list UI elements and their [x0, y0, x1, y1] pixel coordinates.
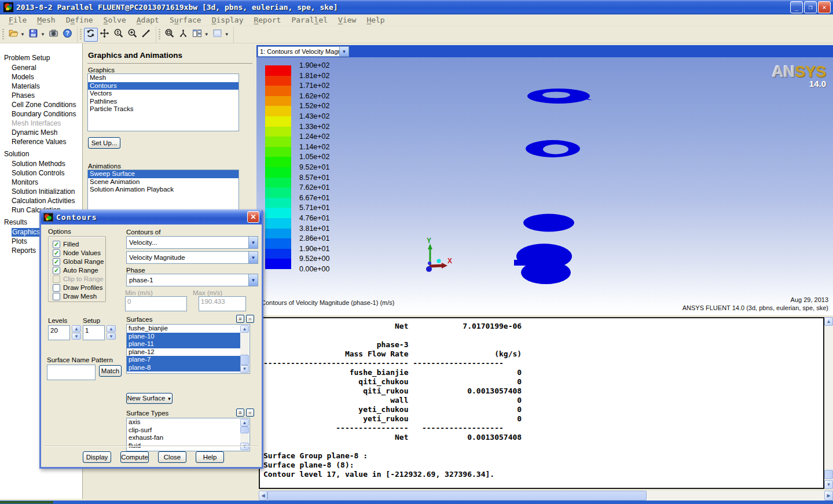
deselect-all-icon[interactable]: = [246, 315, 254, 323]
checkbox-checked-icon[interactable]: ✓ [53, 267, 60, 274]
sidebar-item-general[interactable]: General [0, 63, 82, 72]
sidebar-item-reference-values[interactable]: Reference Values [0, 137, 82, 146]
surface-type-item-axis[interactable]: axis [127, 418, 240, 426]
scroll-thumb[interactable] [824, 470, 833, 479]
surface-item-plane-11[interactable]: plane-11 [127, 340, 240, 348]
select-all-icon[interactable]: ≡ [236, 409, 244, 417]
animation-item-sweep-surface[interactable]: Sweep Surface [88, 170, 238, 178]
menu-item-report[interactable]: Report [248, 15, 286, 25]
close-button[interactable]: Close [158, 451, 186, 463]
select-all-icon[interactable]: ≡ [236, 315, 244, 323]
zoom-in-button[interactable] [126, 28, 140, 42]
option-clip-to-range[interactable]: Clip to Range [53, 275, 104, 283]
setup-decrement-icon[interactable]: ▼ [107, 333, 116, 340]
checkbox-icon[interactable] [53, 293, 60, 300]
menu-item-define[interactable]: Define [61, 15, 98, 25]
sidebar-item-models[interactable]: Models [0, 72, 82, 82]
sidebar-item-solution-initialization[interactable]: Solution Initialization [0, 187, 82, 196]
contours-component-select[interactable]: Velocity Magnitude▼ [126, 251, 258, 264]
levels-increment-icon[interactable]: ▲ [72, 325, 81, 332]
levels-stepper[interactable]: 20 [48, 325, 70, 340]
open-file-button[interactable] [6, 28, 20, 42]
console[interactable]: Net 7.0170199e-06 phase-3 Mass Flow Rate… [259, 317, 824, 489]
chevron-down-icon[interactable]: ▼ [339, 47, 348, 56]
new-surface-button[interactable]: New Surface ▼ [126, 393, 173, 404]
align-axes-button[interactable] [177, 28, 190, 42]
probe-button[interactable] [140, 28, 153, 42]
display-button[interactable]: Display [83, 451, 111, 463]
surface-type-item-exhaust-fan[interactable]: exhaust-fan [127, 434, 240, 442]
scroll-up-icon[interactable]: ▲ [240, 325, 249, 333]
scroll-down-icon[interactable]: ▼ [240, 365, 249, 373]
surface-item-plane-10[interactable]: plane-10 [127, 333, 240, 341]
checkbox-checked-icon[interactable]: ✓ [53, 241, 60, 248]
checkbox-icon[interactable] [53, 284, 60, 292]
sidebar-item-materials[interactable]: Materials [0, 82, 82, 91]
set-up-button[interactable]: Set Up... [88, 137, 120, 149]
phase-select[interactable]: phase-1▼ [126, 274, 258, 286]
restore-button[interactable]: ❐ [804, 1, 817, 13]
option-filled[interactable]: ✓Filled [53, 240, 79, 248]
sidebar-item-phases[interactable]: Phases [0, 91, 82, 100]
chevron-down-icon[interactable]: ▼ [41, 32, 45, 37]
close-button[interactable]: ✕ [818, 1, 831, 13]
menu-item-help[interactable]: Help [361, 15, 390, 25]
setup-stepper[interactable]: 1 [83, 325, 105, 340]
animation-item-solution-animation-playback[interactable]: Solution Animation Playback [88, 186, 238, 194]
deselect-all-icon[interactable]: = [246, 409, 254, 417]
chevron-down-icon[interactable]: ▼ [204, 32, 209, 37]
help-button[interactable]: Help [196, 451, 224, 463]
compute-button[interactable]: Compute [120, 451, 149, 463]
graphics-item-pathlines[interactable]: Pathlines [88, 98, 238, 106]
match-button[interactable]: Match [99, 365, 122, 377]
scroll-thumb[interactable] [267, 491, 647, 501]
option-draw-profiles[interactable]: Draw Profiles [53, 284, 102, 292]
graphics-item-mesh[interactable]: Mesh [88, 74, 238, 82]
viewport-style-button[interactable] [211, 28, 225, 42]
surface-item-fushe-bianjie[interactable]: fushe_bianjie [127, 325, 240, 333]
animation-item-scene-animation[interactable]: Scene Animation [88, 178, 238, 186]
sidebar-item-calculation-activities[interactable]: Calculation Activities [0, 196, 82, 205]
setup-increment-icon[interactable]: ▲ [107, 325, 116, 332]
sidebar-item-cell-zone-conditions[interactable]: Cell Zone Conditions [0, 100, 82, 109]
rotate-view-button[interactable] [84, 28, 98, 42]
tile-windows-button[interactable] [190, 28, 204, 42]
surface-item-plane-12[interactable]: plane-12 [127, 348, 240, 356]
sidebar-item-boundary-conditions[interactable]: Boundary Conditions [0, 109, 82, 119]
contours-of-select[interactable]: Velocity...▼ [126, 236, 258, 249]
menu-item-parallel[interactable]: Parallel [286, 15, 333, 25]
surface-item-plane-7[interactable]: plane-7 [127, 356, 240, 364]
save-button[interactable] [27, 28, 41, 42]
checkbox-icon[interactable] [53, 275, 60, 283]
graphics-item-contours[interactable]: Contours [88, 82, 238, 90]
menu-item-solve[interactable]: Solve [98, 15, 131, 25]
option-global-range[interactable]: ✓Global Range [53, 257, 104, 266]
graphics-viewport[interactable]: Y X 1.90e+021.81e+021.71e+021.62e+021.52… [256, 57, 833, 315]
menu-item-view[interactable]: View [333, 15, 361, 25]
screenshot-button[interactable] [47, 28, 61, 42]
zoom-scale-button[interactable] [112, 28, 126, 42]
menu-item-file[interactable]: File [3, 15, 32, 25]
minimize-button[interactable]: _ [790, 1, 803, 13]
console-vertical-scrollbar[interactable]: ▲ ▼ [824, 317, 833, 489]
min-field[interactable]: 0 [125, 296, 187, 311]
scroll-up-icon[interactable]: ▲ [824, 317, 833, 326]
dialog-close-icon[interactable]: ✕ [247, 211, 259, 223]
graphics-item-particle-tracks[interactable]: Particle Tracks [88, 105, 238, 113]
scroll-thumb[interactable] [240, 355, 249, 365]
option-auto-range[interactable]: ✓Auto Range [53, 266, 98, 274]
checkbox-checked-icon[interactable]: ✓ [53, 258, 60, 266]
chevron-down-icon[interactable]: ▼ [20, 32, 25, 37]
scroll-down-icon[interactable]: ▼ [824, 480, 833, 489]
scroll-up-icon[interactable]: ▲ [240, 419, 249, 426]
menu-item-surface[interactable]: Surface [164, 15, 207, 25]
menu-item-mesh[interactable]: Mesh [32, 15, 60, 25]
surface-type-item-clip-surf[interactable]: clip-surf [127, 426, 240, 435]
graphics-view-selector[interactable]: 1: Contours of Velocity Magn ▼ [258, 46, 349, 57]
scroll-left-icon[interactable]: ◀ [259, 491, 267, 501]
checkbox-checked-icon[interactable]: ✓ [53, 249, 60, 257]
max-field[interactable]: 190.433 [199, 296, 246, 311]
help-button[interactable]: ? [61, 28, 75, 42]
graphics-item-vectors[interactable]: Vectors [88, 90, 238, 98]
console-horizontal-scrollbar[interactable]: ◀ ▶ [259, 491, 833, 501]
